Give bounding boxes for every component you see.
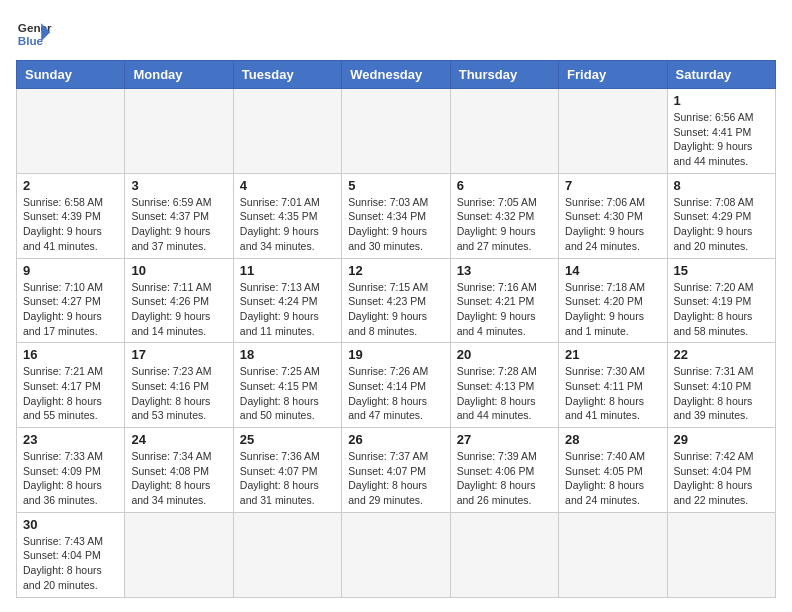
calendar-day-6: 6Sunrise: 7:05 AM Sunset: 4:32 PM Daylig… bbox=[450, 173, 558, 258]
day-number: 6 bbox=[457, 178, 552, 193]
calendar-week-row: 30Sunrise: 7:43 AM Sunset: 4:04 PM Dayli… bbox=[17, 512, 776, 597]
day-number: 29 bbox=[674, 432, 769, 447]
logo: General Blue bbox=[16, 16, 52, 52]
weekday-header-monday: Monday bbox=[125, 61, 233, 89]
day-number: 13 bbox=[457, 263, 552, 278]
page-header: General Blue bbox=[16, 16, 776, 52]
calendar-day-14: 14Sunrise: 7:18 AM Sunset: 4:20 PM Dayli… bbox=[559, 258, 667, 343]
calendar-day-empty bbox=[342, 89, 450, 174]
day-info: Sunrise: 7:18 AM Sunset: 4:20 PM Dayligh… bbox=[565, 280, 660, 339]
day-info: Sunrise: 7:15 AM Sunset: 4:23 PM Dayligh… bbox=[348, 280, 443, 339]
day-number: 19 bbox=[348, 347, 443, 362]
calendar-week-row: 1Sunrise: 6:56 AM Sunset: 4:41 PM Daylig… bbox=[17, 89, 776, 174]
day-number: 25 bbox=[240, 432, 335, 447]
calendar-day-25: 25Sunrise: 7:36 AM Sunset: 4:07 PM Dayli… bbox=[233, 428, 341, 513]
calendar-table: SundayMondayTuesdayWednesdayThursdayFrid… bbox=[16, 60, 776, 598]
calendar-day-4: 4Sunrise: 7:01 AM Sunset: 4:35 PM Daylig… bbox=[233, 173, 341, 258]
calendar-day-30: 30Sunrise: 7:43 AM Sunset: 4:04 PM Dayli… bbox=[17, 512, 125, 597]
weekday-header-saturday: Saturday bbox=[667, 61, 775, 89]
weekday-header-tuesday: Tuesday bbox=[233, 61, 341, 89]
weekday-header-friday: Friday bbox=[559, 61, 667, 89]
calendar-day-28: 28Sunrise: 7:40 AM Sunset: 4:05 PM Dayli… bbox=[559, 428, 667, 513]
day-info: Sunrise: 7:30 AM Sunset: 4:11 PM Dayligh… bbox=[565, 364, 660, 423]
day-number: 1 bbox=[674, 93, 769, 108]
weekday-header-row: SundayMondayTuesdayWednesdayThursdayFrid… bbox=[17, 61, 776, 89]
day-info: Sunrise: 7:21 AM Sunset: 4:17 PM Dayligh… bbox=[23, 364, 118, 423]
day-number: 16 bbox=[23, 347, 118, 362]
calendar-day-8: 8Sunrise: 7:08 AM Sunset: 4:29 PM Daylig… bbox=[667, 173, 775, 258]
day-number: 21 bbox=[565, 347, 660, 362]
calendar-day-empty bbox=[667, 512, 775, 597]
day-info: Sunrise: 7:23 AM Sunset: 4:16 PM Dayligh… bbox=[131, 364, 226, 423]
svg-text:Blue: Blue bbox=[18, 34, 44, 47]
calendar-day-empty bbox=[559, 512, 667, 597]
day-number: 22 bbox=[674, 347, 769, 362]
calendar-day-23: 23Sunrise: 7:33 AM Sunset: 4:09 PM Dayli… bbox=[17, 428, 125, 513]
calendar-day-empty bbox=[233, 512, 341, 597]
day-number: 10 bbox=[131, 263, 226, 278]
day-info: Sunrise: 7:01 AM Sunset: 4:35 PM Dayligh… bbox=[240, 195, 335, 254]
calendar-week-row: 2Sunrise: 6:58 AM Sunset: 4:39 PM Daylig… bbox=[17, 173, 776, 258]
day-info: Sunrise: 6:59 AM Sunset: 4:37 PM Dayligh… bbox=[131, 195, 226, 254]
day-number: 11 bbox=[240, 263, 335, 278]
logo-icon: General Blue bbox=[16, 16, 52, 52]
day-info: Sunrise: 7:08 AM Sunset: 4:29 PM Dayligh… bbox=[674, 195, 769, 254]
calendar-day-22: 22Sunrise: 7:31 AM Sunset: 4:10 PM Dayli… bbox=[667, 343, 775, 428]
calendar-day-17: 17Sunrise: 7:23 AM Sunset: 4:16 PM Dayli… bbox=[125, 343, 233, 428]
day-info: Sunrise: 7:42 AM Sunset: 4:04 PM Dayligh… bbox=[674, 449, 769, 508]
day-number: 7 bbox=[565, 178, 660, 193]
calendar-day-empty bbox=[559, 89, 667, 174]
calendar-day-15: 15Sunrise: 7:20 AM Sunset: 4:19 PM Dayli… bbox=[667, 258, 775, 343]
calendar-day-16: 16Sunrise: 7:21 AM Sunset: 4:17 PM Dayli… bbox=[17, 343, 125, 428]
day-info: Sunrise: 7:34 AM Sunset: 4:08 PM Dayligh… bbox=[131, 449, 226, 508]
day-info: Sunrise: 7:39 AM Sunset: 4:06 PM Dayligh… bbox=[457, 449, 552, 508]
calendar-day-1: 1Sunrise: 6:56 AM Sunset: 4:41 PM Daylig… bbox=[667, 89, 775, 174]
calendar-week-row: 16Sunrise: 7:21 AM Sunset: 4:17 PM Dayli… bbox=[17, 343, 776, 428]
calendar-day-5: 5Sunrise: 7:03 AM Sunset: 4:34 PM Daylig… bbox=[342, 173, 450, 258]
day-number: 24 bbox=[131, 432, 226, 447]
calendar-day-empty bbox=[233, 89, 341, 174]
day-info: Sunrise: 7:26 AM Sunset: 4:14 PM Dayligh… bbox=[348, 364, 443, 423]
day-info: Sunrise: 7:40 AM Sunset: 4:05 PM Dayligh… bbox=[565, 449, 660, 508]
day-number: 2 bbox=[23, 178, 118, 193]
day-number: 18 bbox=[240, 347, 335, 362]
weekday-header-sunday: Sunday bbox=[17, 61, 125, 89]
calendar-day-empty bbox=[125, 89, 233, 174]
day-number: 14 bbox=[565, 263, 660, 278]
day-number: 8 bbox=[674, 178, 769, 193]
day-number: 4 bbox=[240, 178, 335, 193]
calendar-day-29: 29Sunrise: 7:42 AM Sunset: 4:04 PM Dayli… bbox=[667, 428, 775, 513]
calendar-day-18: 18Sunrise: 7:25 AM Sunset: 4:15 PM Dayli… bbox=[233, 343, 341, 428]
calendar-day-empty bbox=[450, 512, 558, 597]
day-number: 23 bbox=[23, 432, 118, 447]
calendar-day-13: 13Sunrise: 7:16 AM Sunset: 4:21 PM Dayli… bbox=[450, 258, 558, 343]
calendar-week-row: 23Sunrise: 7:33 AM Sunset: 4:09 PM Dayli… bbox=[17, 428, 776, 513]
calendar-day-7: 7Sunrise: 7:06 AM Sunset: 4:30 PM Daylig… bbox=[559, 173, 667, 258]
day-info: Sunrise: 7:20 AM Sunset: 4:19 PM Dayligh… bbox=[674, 280, 769, 339]
calendar-day-10: 10Sunrise: 7:11 AM Sunset: 4:26 PM Dayli… bbox=[125, 258, 233, 343]
day-info: Sunrise: 7:28 AM Sunset: 4:13 PM Dayligh… bbox=[457, 364, 552, 423]
day-number: 20 bbox=[457, 347, 552, 362]
day-info: Sunrise: 7:36 AM Sunset: 4:07 PM Dayligh… bbox=[240, 449, 335, 508]
calendar-day-19: 19Sunrise: 7:26 AM Sunset: 4:14 PM Dayli… bbox=[342, 343, 450, 428]
day-info: Sunrise: 7:43 AM Sunset: 4:04 PM Dayligh… bbox=[23, 534, 118, 593]
weekday-header-wednesday: Wednesday bbox=[342, 61, 450, 89]
calendar-day-empty bbox=[125, 512, 233, 597]
calendar-week-row: 9Sunrise: 7:10 AM Sunset: 4:27 PM Daylig… bbox=[17, 258, 776, 343]
day-number: 26 bbox=[348, 432, 443, 447]
calendar-day-11: 11Sunrise: 7:13 AM Sunset: 4:24 PM Dayli… bbox=[233, 258, 341, 343]
calendar-day-20: 20Sunrise: 7:28 AM Sunset: 4:13 PM Dayli… bbox=[450, 343, 558, 428]
day-number: 3 bbox=[131, 178, 226, 193]
weekday-header-thursday: Thursday bbox=[450, 61, 558, 89]
day-info: Sunrise: 7:05 AM Sunset: 4:32 PM Dayligh… bbox=[457, 195, 552, 254]
calendar-day-12: 12Sunrise: 7:15 AM Sunset: 4:23 PM Dayli… bbox=[342, 258, 450, 343]
calendar-day-21: 21Sunrise: 7:30 AM Sunset: 4:11 PM Dayli… bbox=[559, 343, 667, 428]
day-number: 30 bbox=[23, 517, 118, 532]
calendar-day-9: 9Sunrise: 7:10 AM Sunset: 4:27 PM Daylig… bbox=[17, 258, 125, 343]
day-info: Sunrise: 7:33 AM Sunset: 4:09 PM Dayligh… bbox=[23, 449, 118, 508]
day-info: Sunrise: 7:16 AM Sunset: 4:21 PM Dayligh… bbox=[457, 280, 552, 339]
calendar-day-empty bbox=[17, 89, 125, 174]
calendar-day-empty bbox=[342, 512, 450, 597]
calendar-day-24: 24Sunrise: 7:34 AM Sunset: 4:08 PM Dayli… bbox=[125, 428, 233, 513]
day-info: Sunrise: 7:25 AM Sunset: 4:15 PM Dayligh… bbox=[240, 364, 335, 423]
